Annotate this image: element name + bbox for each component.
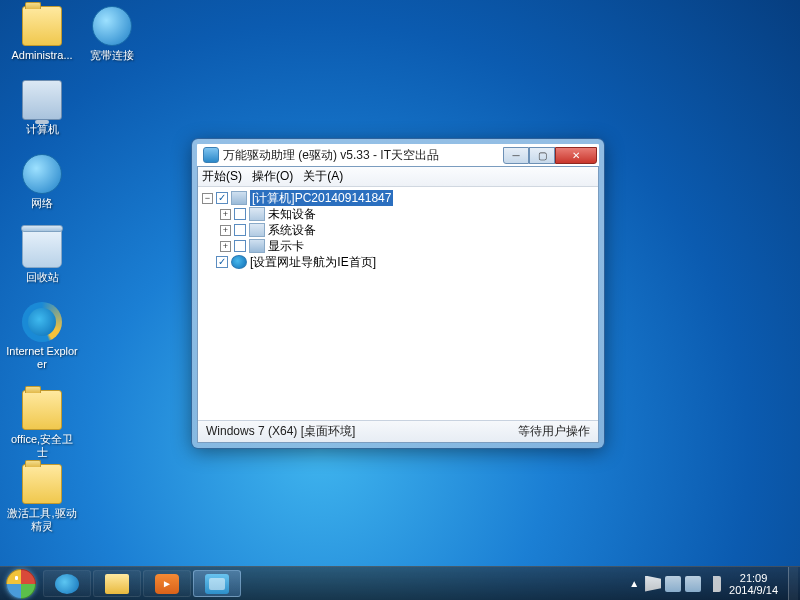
tree-root-label: [计算机]PC201409141847 <box>250 190 393 206</box>
desktop-icon-recycle[interactable]: 回收站 <box>6 228 78 284</box>
taskbar: ▲ 21:09 2014/9/14 <box>0 566 800 600</box>
desktop-icon-network[interactable]: 网络 <box>6 154 78 210</box>
status-state: 等待用户操作 <box>518 423 590 440</box>
desktop-icon-computer[interactable]: 计算机 <box>6 80 78 136</box>
menu-operate[interactable]: 操作(O) <box>252 168 293 185</box>
window-body: 开始(S) 操作(O) 关于(A) − [计算机]PC201409141847 … <box>197 166 599 443</box>
desktop-icon-label: 宽带连接 <box>76 49 148 62</box>
tray-app-icon[interactable] <box>665 576 681 592</box>
desktop-icon-office[interactable]: office,安全卫士 <box>6 390 78 459</box>
tree-root-computer[interactable]: − [计算机]PC201409141847 <box>202 190 594 206</box>
tray-overflow-icon[interactable]: ▲ <box>629 578 639 589</box>
folder-icon <box>105 574 129 594</box>
desktop-icon-activate[interactable]: 激活工具,驱动精灵 <box>6 464 78 533</box>
menu-about[interactable]: 关于(A) <box>303 168 343 185</box>
bin-icon <box>22 228 62 268</box>
taskbar-ie[interactable] <box>43 570 91 597</box>
windows-orb-icon <box>6 569 36 599</box>
netg-icon <box>22 154 62 194</box>
menubar: 开始(S) 操作(O) 关于(A) <box>198 167 598 187</box>
taskbar-explorer[interactable] <box>93 570 141 597</box>
media-player-icon <box>155 574 179 594</box>
network-icon[interactable] <box>685 576 701 592</box>
desktop-icon-label: Internet Explorer <box>6 345 78 371</box>
taskbar-driver-app[interactable] <box>193 570 241 597</box>
netg-icon <box>92 6 132 46</box>
desktop-icon-label: 回收站 <box>6 271 78 284</box>
desktop-icon-label: 网络 <box>6 197 78 210</box>
device-tree: − [计算机]PC201409141847 + 未知设备 + 系统设备 + 显示… <box>198 187 598 420</box>
folder-icon <box>22 390 62 430</box>
menu-start[interactable]: 开始(S) <box>202 168 242 185</box>
desktop-icon-administrator[interactable]: Administra... <box>6 6 78 62</box>
statusbar: Windows 7 (X64) [桌面环境] 等待用户操作 <box>198 420 598 442</box>
window-title: 万能驱动助理 (e驱动) v5.33 - IT天空出品 <box>223 147 503 164</box>
show-desktop-button[interactable] <box>788 567 798 600</box>
tree-node-set-ie-homepage[interactable]: [设置网址导航为IE首页] <box>202 254 594 270</box>
minimize-button[interactable]: ─ <box>503 147 529 164</box>
action-center-icon[interactable] <box>645 576 661 592</box>
tree-node-display-adapter[interactable]: + 显示卡 <box>202 238 594 254</box>
desktop-icon-label: 激活工具,驱动精灵 <box>6 507 78 533</box>
driver-app-icon <box>205 574 229 594</box>
driver-assistant-window: 万能驱动助理 (e驱动) v5.33 - IT天空出品 ─ ▢ ✕ 开始(S) … <box>192 139 604 448</box>
status-os: Windows 7 (X64) [桌面环境] <box>206 423 355 440</box>
start-button[interactable] <box>0 567 42 600</box>
ie-icon <box>22 302 62 342</box>
app-icon <box>203 147 219 163</box>
close-button[interactable]: ✕ <box>555 147 597 164</box>
maximize-button[interactable]: ▢ <box>529 147 555 164</box>
taskbar-media-player[interactable] <box>143 570 191 597</box>
tree-node-system-devices[interactable]: + 系统设备 <box>202 222 594 238</box>
folder-icon <box>22 6 62 46</box>
titlebar[interactable]: 万能驱动助理 (e驱动) v5.33 - IT天空出品 ─ ▢ ✕ <box>197 144 599 166</box>
clock[interactable]: 21:09 2014/9/14 <box>729 572 778 596</box>
desktop-icon-broadband[interactable]: 宽带连接 <box>76 6 148 62</box>
folder-icon <box>22 464 62 504</box>
desktop-icon-label: 计算机 <box>6 123 78 136</box>
comp-icon <box>22 80 62 120</box>
volume-icon[interactable] <box>705 576 721 592</box>
ie-icon <box>55 574 79 594</box>
desktop-icon-ie[interactable]: Internet Explorer <box>6 302 78 371</box>
desktop-icon-label: Administra... <box>6 49 78 62</box>
clock-date: 2014/9/14 <box>729 584 778 596</box>
tree-node-unknown-devices[interactable]: + 未知设备 <box>202 206 594 222</box>
system-tray: ▲ 21:09 2014/9/14 <box>625 567 800 600</box>
desktop-icon-label: office,安全卫士 <box>6 433 78 459</box>
clock-time: 21:09 <box>729 572 778 584</box>
